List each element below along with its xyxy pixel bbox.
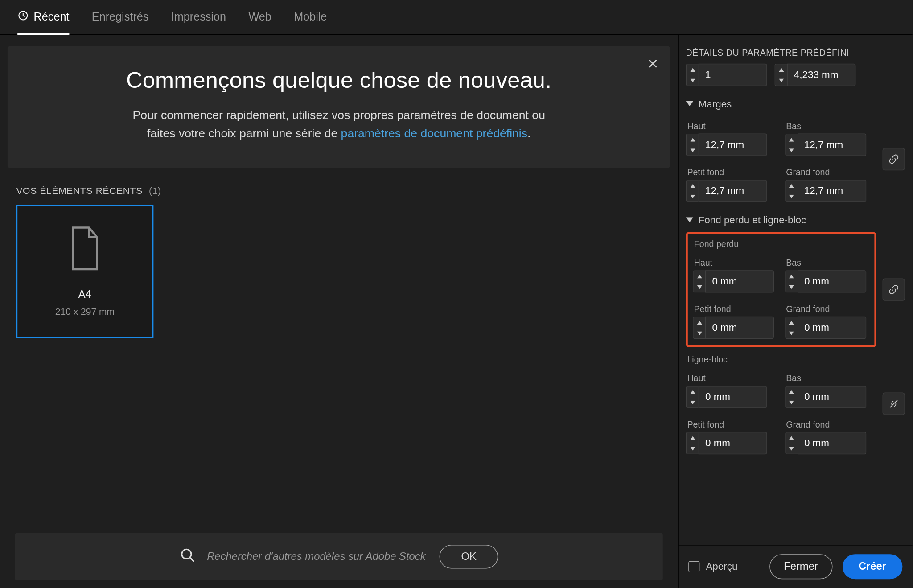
label-haut: Haut: [694, 258, 777, 267]
lignebloc-grand-fond-input[interactable]: [798, 432, 866, 454]
marges-haut-stepper[interactable]: [686, 134, 777, 156]
tab-label: Mobile: [294, 11, 327, 24]
hero-sub-line2: faites votre choix parmi une série de: [147, 127, 341, 140]
section-marges-toggle[interactable]: Marges: [686, 99, 905, 110]
hero-subtitle: Pour commencer rapidement, utilisez vos …: [33, 106, 646, 143]
tab-mobile[interactable]: Mobile: [294, 0, 327, 35]
fondperdu-bas-input[interactable]: [798, 270, 866, 292]
hero-sub-line1: Pour commencer rapidement, utilisez vos …: [132, 109, 545, 122]
section-fond-perdu-toggle[interactable]: Fond perdu et ligne-bloc: [686, 215, 905, 226]
preset-link[interactable]: paramètres de document prédéfinis: [341, 127, 527, 140]
recent-header: VOS ÉLÉMENTS RÉCENTS (1): [16, 185, 670, 196]
right-footer: Aperçu Fermer Créer: [679, 545, 913, 588]
tab-recent[interactable]: Récent: [17, 0, 69, 35]
close-icon[interactable]: [646, 58, 659, 70]
tab-label: Impression: [171, 11, 226, 24]
tab-label: Enregistrés: [92, 11, 148, 24]
lignebloc-haut-input[interactable]: [699, 386, 767, 408]
top-tabs: Récent Enregistrés Impression Web Mobile: [0, 0, 913, 35]
tab-print[interactable]: Impression: [171, 0, 226, 35]
document-icon: [69, 226, 101, 273]
hero-card: Commençons quelque chose de nouveau. Pou…: [8, 46, 670, 168]
tab-saved[interactable]: Enregistrés: [92, 0, 148, 35]
label-petit-fond: Petit fond: [687, 167, 777, 177]
marges-bas-input[interactable]: [798, 134, 866, 156]
stepper-arrows[interactable]: [686, 64, 699, 86]
svg-point-1: [181, 549, 191, 559]
card-dimensions: 210 x 297 mm: [55, 306, 115, 317]
section-label: Marges: [699, 99, 732, 110]
marges-petit-fond-stepper[interactable]: [686, 180, 777, 202]
stock-search-ok-button[interactable]: OK: [439, 545, 498, 568]
tab-label: Web: [248, 11, 271, 24]
checkbox-icon[interactable]: [688, 561, 699, 572]
fondperdu-petit-fond-input[interactable]: [705, 317, 774, 339]
gutter-stepper[interactable]: [774, 64, 855, 86]
label-grand-fond: Grand fond: [786, 304, 869, 314]
label-petit-fond: Petit fond: [694, 304, 777, 314]
hero-title: Commençons quelque chose de nouveau.: [33, 67, 646, 94]
marges-haut-input[interactable]: [699, 134, 767, 156]
label-bas: Bas: [786, 121, 876, 131]
fond-perdu-highlight: Fond perdu Haut Bas: [686, 232, 876, 347]
label-ligne-bloc: Ligne-bloc: [687, 354, 876, 364]
tab-web[interactable]: Web: [248, 0, 271, 35]
marges-grand-fond-input[interactable]: [798, 180, 866, 202]
preset-details-header: DÉTAILS DU PARAMÈTRE PRÉDÉFINI: [686, 47, 905, 57]
label-fond-perdu: Fond perdu: [694, 239, 869, 249]
stock-search-bar: Rechercher d'autres modèles sur Adobe St…: [15, 533, 663, 580]
apercu-label: Aperçu: [706, 561, 737, 572]
label-petit-fond: Petit fond: [687, 419, 777, 429]
label-bas: Bas: [786, 258, 869, 267]
apercu-checkbox[interactable]: Aperçu: [688, 561, 737, 572]
fondperdu-haut-input[interactable]: [705, 270, 774, 292]
pages-stepper[interactable]: [686, 64, 767, 86]
tab-label: Récent: [34, 11, 70, 24]
gutter-input[interactable]: [787, 64, 855, 86]
recent-preset-card[interactable]: A4 210 x 297 mm: [16, 205, 153, 338]
marges-grand-fond-stepper[interactable]: [785, 180, 876, 202]
clock-icon: [17, 10, 29, 24]
pages-input[interactable]: [699, 64, 767, 86]
lignebloc-link-button[interactable]: [883, 393, 905, 415]
section-label: Fond perdu et ligne-bloc: [699, 215, 806, 226]
search-icon: [180, 547, 196, 566]
label-grand-fond: Grand fond: [786, 167, 876, 177]
marges-bas-stepper[interactable]: [785, 134, 876, 156]
marges-petit-fond-input[interactable]: [699, 180, 767, 202]
label-grand-fond: Grand fond: [786, 419, 876, 429]
creer-button[interactable]: Créer: [842, 554, 902, 579]
recent-count: (1): [149, 185, 161, 196]
stepper-arrows[interactable]: [774, 64, 787, 86]
label-haut: Haut: [687, 121, 777, 131]
recent-header-label: VOS ÉLÉMENTS RÉCENTS: [16, 185, 143, 196]
label-bas: Bas: [786, 373, 876, 383]
lignebloc-petit-fond-input[interactable]: [699, 432, 767, 454]
hero-period: .: [527, 127, 531, 140]
card-title: A4: [78, 288, 91, 301]
marges-link-button[interactable]: [883, 148, 905, 170]
stock-search-input[interactable]: Rechercher d'autres modèles sur Adobe St…: [207, 551, 426, 563]
fermer-button[interactable]: Fermer: [769, 554, 832, 579]
lignebloc-bas-input[interactable]: [798, 386, 866, 408]
label-haut: Haut: [687, 373, 777, 383]
fondperdu-link-button[interactable]: [883, 278, 905, 300]
fondperdu-grand-fond-input[interactable]: [798, 317, 866, 339]
